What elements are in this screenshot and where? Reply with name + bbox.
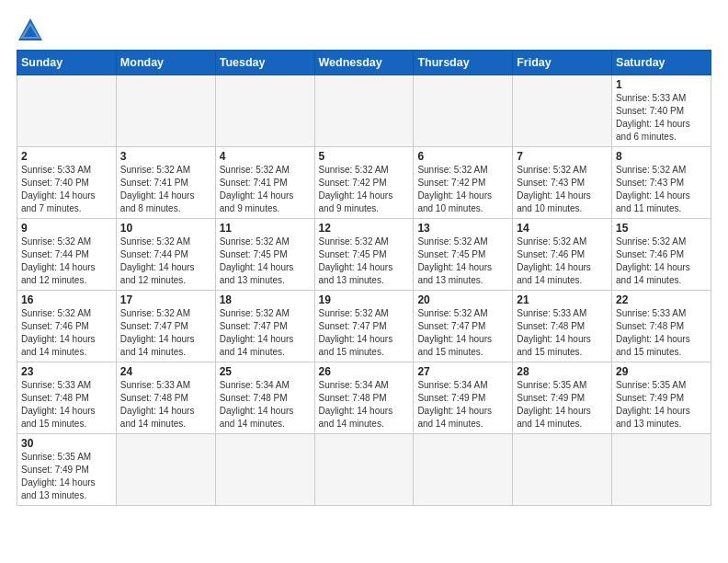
- weekday-header-tuesday: Tuesday: [215, 51, 314, 75]
- calendar-header: SundayMondayTuesdayWednesdayThursdayFrid…: [17, 51, 711, 75]
- day-number: 12: [319, 222, 410, 235]
- day-number: 27: [417, 365, 508, 378]
- calendar-cell: 2Sunrise: 5:33 AM Sunset: 7:40 PM Daylig…: [17, 147, 117, 219]
- calendar-cell: [414, 75, 513, 147]
- calendar-cell: 8Sunrise: 5:32 AM Sunset: 7:43 PM Daylig…: [612, 147, 711, 219]
- day-number: 17: [120, 293, 211, 306]
- calendar-cell: 22Sunrise: 5:33 AM Sunset: 7:48 PM Dayli…: [612, 291, 711, 362]
- day-info: Sunrise: 5:34 AM Sunset: 7:48 PM Dayligh…: [319, 379, 410, 431]
- calendar-cell: [215, 75, 314, 147]
- calendar-cell: [314, 434, 414, 506]
- day-number: 5: [319, 150, 410, 163]
- weekday-header-monday: Monday: [116, 51, 215, 75]
- calendar-cell: 10Sunrise: 5:32 AM Sunset: 7:44 PM Dayli…: [116, 219, 215, 291]
- day-info: Sunrise: 5:33 AM Sunset: 7:40 PM Dayligh…: [616, 92, 707, 144]
- calendar-cell: 15Sunrise: 5:32 AM Sunset: 7:46 PM Dayli…: [612, 219, 711, 291]
- day-number: 24: [120, 365, 211, 378]
- day-info: Sunrise: 5:32 AM Sunset: 7:47 PM Dayligh…: [417, 307, 508, 359]
- day-info: Sunrise: 5:35 AM Sunset: 7:49 PM Dayligh…: [616, 379, 707, 431]
- day-number: 9: [21, 222, 112, 235]
- calendar-cell: 26Sunrise: 5:34 AM Sunset: 7:48 PM Dayli…: [314, 362, 414, 434]
- calendar-cell: 13Sunrise: 5:32 AM Sunset: 7:45 PM Dayli…: [414, 219, 513, 291]
- calendar-cell: [612, 434, 711, 506]
- day-number: 16: [21, 293, 112, 306]
- weekday-row: SundayMondayTuesdayWednesdayThursdayFrid…: [17, 51, 711, 75]
- day-number: 29: [616, 365, 707, 378]
- calendar-cell: [314, 75, 414, 147]
- day-info: Sunrise: 5:32 AM Sunset: 7:47 PM Dayligh…: [319, 307, 410, 359]
- day-number: 20: [417, 293, 508, 306]
- calendar-cell: 20Sunrise: 5:32 AM Sunset: 7:47 PM Dayli…: [414, 291, 513, 362]
- day-info: Sunrise: 5:32 AM Sunset: 7:47 PM Dayligh…: [220, 307, 311, 359]
- calendar-cell: 21Sunrise: 5:33 AM Sunset: 7:48 PM Dayli…: [513, 291, 612, 362]
- day-number: 23: [21, 365, 112, 378]
- day-info: Sunrise: 5:32 AM Sunset: 7:46 PM Dayligh…: [517, 236, 608, 287]
- header-area: [17, 17, 711, 42]
- calendar-cell: 19Sunrise: 5:32 AM Sunset: 7:47 PM Dayli…: [314, 291, 414, 362]
- day-info: Sunrise: 5:32 AM Sunset: 7:43 PM Dayligh…: [616, 164, 707, 215]
- calendar-cell: 5Sunrise: 5:32 AM Sunset: 7:42 PM Daylig…: [314, 147, 414, 219]
- calendar-cell: [414, 434, 513, 506]
- calendar-cell: 17Sunrise: 5:32 AM Sunset: 7:47 PM Dayli…: [116, 291, 215, 362]
- day-info: Sunrise: 5:32 AM Sunset: 7:43 PM Dayligh…: [517, 164, 608, 215]
- calendar-cell: 18Sunrise: 5:32 AM Sunset: 7:47 PM Dayli…: [215, 291, 314, 362]
- calendar-cell: [116, 434, 215, 506]
- calendar-cell: 6Sunrise: 5:32 AM Sunset: 7:42 PM Daylig…: [414, 147, 513, 219]
- logo-icon: [17, 17, 44, 42]
- calendar-cell: 14Sunrise: 5:32 AM Sunset: 7:46 PM Dayli…: [513, 219, 612, 291]
- day-number: 13: [417, 222, 508, 235]
- calendar-cell: 24Sunrise: 5:33 AM Sunset: 7:48 PM Dayli…: [116, 362, 215, 434]
- calendar-cell: 9Sunrise: 5:32 AM Sunset: 7:44 PM Daylig…: [17, 219, 117, 291]
- calendar-cell: 11Sunrise: 5:32 AM Sunset: 7:45 PM Dayli…: [215, 219, 314, 291]
- weekday-header-friday: Friday: [513, 51, 612, 75]
- day-info: Sunrise: 5:32 AM Sunset: 7:45 PM Dayligh…: [319, 236, 410, 287]
- day-number: 28: [517, 365, 608, 378]
- week-row-5: 30Sunrise: 5:35 AM Sunset: 7:49 PM Dayli…: [17, 434, 711, 506]
- calendar-cell: 28Sunrise: 5:35 AM Sunset: 7:49 PM Dayli…: [513, 362, 612, 434]
- week-row-2: 9Sunrise: 5:32 AM Sunset: 7:44 PM Daylig…: [17, 219, 711, 291]
- day-info: Sunrise: 5:33 AM Sunset: 7:48 PM Dayligh…: [517, 307, 608, 359]
- day-info: Sunrise: 5:32 AM Sunset: 7:42 PM Dayligh…: [417, 164, 508, 215]
- day-number: 8: [616, 150, 707, 163]
- calendar-cell: 12Sunrise: 5:32 AM Sunset: 7:45 PM Dayli…: [314, 219, 414, 291]
- day-number: 15: [616, 222, 707, 235]
- day-info: Sunrise: 5:32 AM Sunset: 7:44 PM Dayligh…: [21, 236, 112, 287]
- day-number: 1: [616, 78, 707, 91]
- weekday-header-sunday: Sunday: [17, 51, 117, 75]
- day-info: Sunrise: 5:33 AM Sunset: 7:48 PM Dayligh…: [21, 379, 112, 431]
- day-info: Sunrise: 5:35 AM Sunset: 7:49 PM Dayligh…: [517, 379, 608, 431]
- calendar-cell: 7Sunrise: 5:32 AM Sunset: 7:43 PM Daylig…: [513, 147, 612, 219]
- day-number: 4: [220, 150, 311, 163]
- page: SundayMondayTuesdayWednesdayThursdayFrid…: [0, 0, 728, 515]
- day-info: Sunrise: 5:32 AM Sunset: 7:46 PM Dayligh…: [616, 236, 707, 287]
- day-info: Sunrise: 5:32 AM Sunset: 7:44 PM Dayligh…: [120, 236, 211, 287]
- day-info: Sunrise: 5:32 AM Sunset: 7:41 PM Dayligh…: [220, 164, 311, 215]
- weekday-header-saturday: Saturday: [612, 51, 711, 75]
- day-info: Sunrise: 5:34 AM Sunset: 7:49 PM Dayligh…: [417, 379, 508, 431]
- day-info: Sunrise: 5:33 AM Sunset: 7:40 PM Dayligh…: [21, 164, 112, 215]
- calendar-cell: [116, 75, 215, 147]
- weekday-header-wednesday: Wednesday: [314, 51, 414, 75]
- day-info: Sunrise: 5:33 AM Sunset: 7:48 PM Dayligh…: [120, 379, 211, 431]
- calendar: SundayMondayTuesdayWednesdayThursdayFrid…: [17, 50, 711, 506]
- day-number: 10: [120, 222, 211, 235]
- calendar-cell: 3Sunrise: 5:32 AM Sunset: 7:41 PM Daylig…: [116, 147, 215, 219]
- calendar-cell: 23Sunrise: 5:33 AM Sunset: 7:48 PM Dayli…: [17, 362, 117, 434]
- week-row-3: 16Sunrise: 5:32 AM Sunset: 7:46 PM Dayli…: [17, 291, 711, 362]
- calendar-cell: 16Sunrise: 5:32 AM Sunset: 7:46 PM Dayli…: [17, 291, 117, 362]
- calendar-cell: 4Sunrise: 5:32 AM Sunset: 7:41 PM Daylig…: [215, 147, 314, 219]
- weekday-header-thursday: Thursday: [414, 51, 513, 75]
- day-info: Sunrise: 5:33 AM Sunset: 7:48 PM Dayligh…: [616, 307, 707, 359]
- day-info: Sunrise: 5:32 AM Sunset: 7:42 PM Dayligh…: [319, 164, 410, 215]
- day-info: Sunrise: 5:34 AM Sunset: 7:48 PM Dayligh…: [220, 379, 311, 431]
- calendar-body: 1Sunrise: 5:33 AM Sunset: 7:40 PM Daylig…: [17, 75, 711, 506]
- week-row-1: 2Sunrise: 5:33 AM Sunset: 7:40 PM Daylig…: [17, 147, 711, 219]
- week-row-4: 23Sunrise: 5:33 AM Sunset: 7:48 PM Dayli…: [17, 362, 711, 434]
- calendar-cell: [215, 434, 314, 506]
- day-number: 25: [220, 365, 311, 378]
- week-row-0: 1Sunrise: 5:33 AM Sunset: 7:40 PM Daylig…: [17, 75, 711, 147]
- day-number: 26: [319, 365, 410, 378]
- day-number: 11: [220, 222, 311, 235]
- day-number: 6: [417, 150, 508, 163]
- day-number: 21: [517, 293, 608, 306]
